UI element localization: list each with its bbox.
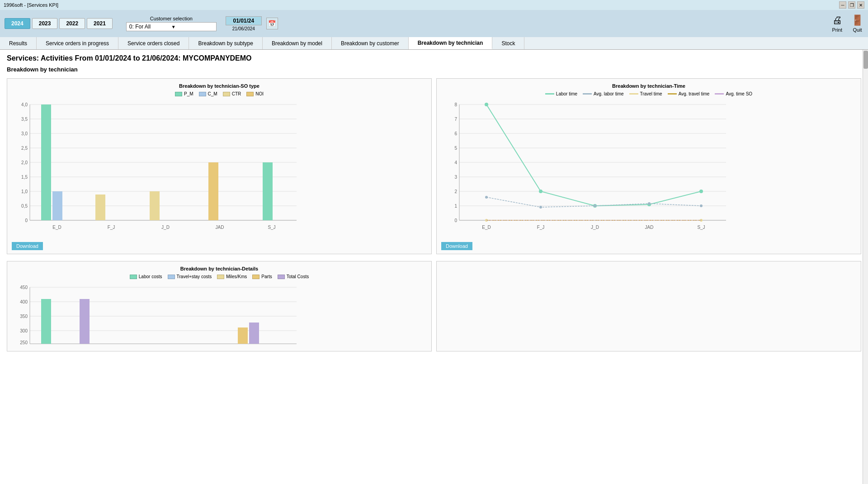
close-button[interactable]: ✕ [857, 1, 864, 9]
legend-travel-stay: Travel+stay costs [168, 274, 212, 279]
svg-text:J_D: J_D [591, 225, 599, 230]
legend-labor-time-color [545, 93, 554, 95]
quit-label: Quit [853, 27, 862, 33]
quit-action[interactable]: 🚪 Quit [851, 14, 863, 33]
svg-text:F_J: F_J [108, 225, 115, 230]
svg-text:JAD: JAD [645, 225, 654, 230]
avg-labor-dot-jd [594, 204, 596, 207]
year-tab-2021[interactable]: 2021 [87, 18, 113, 29]
chart-so-type: Breakdown by technician-SO type P_M C_M … [7, 78, 432, 254]
legend-labor-costs: Labor costs [130, 274, 162, 279]
legend-parts-label: Parts [261, 274, 272, 279]
quit-icon: 🚪 [851, 14, 863, 26]
legend-avg-labor-color [583, 93, 592, 95]
svg-text:3,0: 3,0 [21, 131, 28, 136]
legend-cm-label: C_M [208, 91, 217, 96]
bar-details-jad-total [249, 323, 259, 344]
date-section: 01/01/24 21/06/2024 [226, 16, 262, 31]
legend-avg-time-so-label: Avg. time SO [726, 91, 752, 96]
svg-text:0: 0 [454, 218, 457, 223]
print-icon: 🖨 [832, 14, 842, 26]
legend-labor-costs-color [130, 275, 137, 279]
legend-labor-time-label: Labor time [556, 91, 577, 96]
year-tab-2022[interactable]: 2022 [59, 18, 85, 29]
avg-labor-dot-sj [700, 204, 703, 207]
avg-labor-dot-jad [648, 202, 651, 205]
legend-avg-travel-color [668, 93, 677, 95]
minimize-button[interactable]: ─ [839, 1, 846, 9]
svg-text:S_J: S_J [268, 225, 275, 230]
chart-details-legend: Labor costs Travel+stay costs Miles/Kms … [12, 274, 427, 279]
bar-ed-pm [41, 104, 51, 220]
legend-miles-kms-color [217, 275, 224, 279]
legend-avg-labor: Avg. labor time [583, 91, 624, 96]
bar-sj-pm [263, 162, 273, 220]
svg-text:6: 6 [454, 131, 457, 136]
toolbar-actions: 🖨 Print 🚪 Quit [832, 14, 863, 33]
tab-stock[interactable]: Stock [492, 37, 524, 49]
avg-labor-dot-ed [485, 196, 488, 199]
svg-text:0,5: 0,5 [21, 204, 28, 209]
bar-ed-cm [52, 191, 62, 220]
customer-value: 0: For All [129, 24, 171, 30]
bar-jd-ctr [150, 191, 160, 220]
svg-text:0: 0 [25, 218, 28, 223]
tab-breakdown-model[interactable]: Breakdown by model [263, 37, 332, 49]
print-action[interactable]: 🖨 Print [832, 14, 842, 33]
tab-breakdown-technician[interactable]: Breakdown by technician [409, 37, 493, 49]
svg-text:4,0: 4,0 [21, 102, 28, 107]
avg-labor-dot-fj [539, 206, 542, 209]
legend-noi-color [246, 92, 254, 96]
labor-time-line [486, 104, 701, 206]
customer-label: Customer selection [126, 16, 217, 21]
legend-avg-travel-label: Avg. travel time [679, 91, 710, 96]
svg-text:1,0: 1,0 [21, 189, 28, 194]
year-tab-2024[interactable]: 2024 [5, 18, 30, 29]
date-start-input[interactable]: 01/01/24 [226, 16, 262, 25]
bar-details-fj-total [80, 299, 90, 344]
legend-noi-label: NOI [255, 91, 264, 96]
calendar-button[interactable]: 📅 [266, 18, 278, 29]
chart-details-title: Breakdown by technician-Details [12, 266, 427, 271]
tab-results[interactable]: Results [0, 37, 37, 49]
svg-text:S_J: S_J [697, 225, 705, 230]
chart-empty-right [436, 261, 861, 351]
svg-text:J_D: J_D [161, 225, 170, 230]
restore-button[interactable]: ❐ [848, 1, 855, 9]
svg-text:3,5: 3,5 [21, 117, 28, 122]
tab-breakdown-subtype[interactable]: Breakdown by subtype [189, 37, 262, 49]
chart-time-legend: Labor time Avg. labor time Travel time A… [441, 91, 856, 96]
svg-text:E_D: E_D [482, 225, 491, 230]
scrollbar[interactable] [863, 50, 868, 484]
so-type-chart-svg: 4,0 3,5 3,0 2,5 2,0 1,5 1,0 0,5 0 [12, 100, 301, 236]
legend-avg-travel: Avg. travel time [668, 91, 710, 96]
customer-section: Customer selection 0: For All ▼ [126, 16, 217, 31]
legend-miles-kms-label: Miles/Kms [226, 274, 247, 279]
download-time-button[interactable]: Download [441, 242, 472, 250]
top-charts-row: Breakdown by technician-SO type P_M C_M … [7, 78, 861, 254]
svg-text:2: 2 [454, 189, 457, 194]
tab-breakdown-customer[interactable]: Breakdown by customer [332, 37, 409, 49]
download-so-type-button[interactable]: Download [12, 242, 43, 250]
legend-ctr-label: CTR [232, 91, 241, 96]
chart-details: Breakdown by technician-Details Labor co… [7, 261, 432, 351]
legend-ctr: CTR [223, 91, 241, 96]
legend-avg-labor-label: Avg. labor time [594, 91, 624, 96]
labor-time-dot-ed [485, 103, 488, 106]
svg-text:JAD: JAD [216, 225, 224, 230]
window-controls: ─ ❐ ✕ [839, 1, 864, 9]
year-tabs: 2024 2023 2022 2021 [5, 18, 113, 29]
year-tab-2023[interactable]: 2023 [32, 18, 58, 29]
svg-text:350: 350 [20, 314, 28, 319]
svg-text:1,5: 1,5 [21, 175, 28, 180]
tab-service-orders-closed[interactable]: Service orders closed [118, 37, 189, 49]
bar-details-jad-parts [238, 327, 248, 344]
section-title: Breakdown by technician [7, 66, 861, 73]
legend-ctr-color [223, 92, 230, 96]
labor-time-dot-sj [699, 190, 703, 193]
legend-cm: C_M [199, 91, 217, 96]
customer-select[interactable]: 0: For All ▼ [126, 22, 217, 31]
tab-service-orders-progress[interactable]: Service orders in progress [37, 37, 118, 49]
scrollbar-thumb[interactable] [863, 51, 868, 69]
print-label: Print [832, 27, 842, 33]
